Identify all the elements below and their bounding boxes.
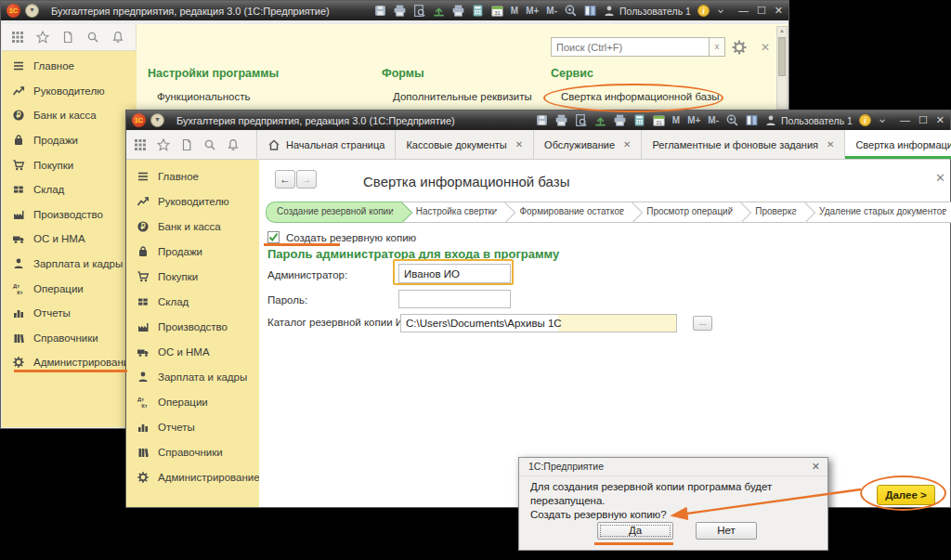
memory-M--button[interactable]: M- xyxy=(545,6,558,16)
calculator-icon[interactable] xyxy=(632,113,646,127)
search-icon[interactable] xyxy=(203,138,216,151)
print-preview-icon[interactable] xyxy=(412,4,426,18)
wizard-step-Удаление старых документов[interactable]: Удаление старых документов xyxy=(805,202,951,223)
page-close-icon[interactable]: ✕ xyxy=(935,171,945,185)
main-menu-chevron-icon[interactable]: ▼ xyxy=(150,113,164,127)
sidebar-item-Отчеты[interactable]: Отчеты xyxy=(126,414,259,439)
sidebar-item-Производство[interactable]: Производство xyxy=(126,314,259,339)
dialog-close-icon[interactable]: ✕ xyxy=(812,461,820,473)
export-icon[interactable] xyxy=(432,4,446,18)
print-icon[interactable] xyxy=(393,4,407,18)
link-additional-requisites[interactable]: Дополнительные реквизиты xyxy=(393,91,532,102)
maximize-button[interactable]: ☐ xyxy=(757,5,766,17)
memory-M+-button[interactable]: M+ xyxy=(525,6,540,16)
forward-nav-button[interactable]: → xyxy=(296,170,317,189)
favorites-icon[interactable] xyxy=(157,138,170,151)
close-button[interactable]: ✕ xyxy=(936,114,944,126)
wizard-step-Формирование остатков[interactable]: Формирование остатков xyxy=(505,202,632,223)
sidebar-item-Банк и касса[interactable]: ₽Банк и касса xyxy=(126,214,259,239)
history-icon[interactable] xyxy=(180,138,193,151)
search-box[interactable] xyxy=(551,37,710,57)
sidebar-item-Покупки[interactable]: Покупки xyxy=(126,264,259,289)
sidebar-item-Склад[interactable]: Склад xyxy=(126,289,259,314)
tab-Обслуживание[interactable]: Обслуживание✕ xyxy=(534,130,642,159)
sidebar-item-Продажи[interactable]: Продажи xyxy=(2,128,137,153)
backup-path-field[interactable]: C:\Users\Documents\Архивы 1С xyxy=(400,314,677,332)
sidebar-item-Зарплата и кадры[interactable]: Зарплата и кадры xyxy=(126,364,259,389)
link-functionality[interactable]: Функциональность xyxy=(157,91,251,102)
print-2-icon[interactable] xyxy=(613,113,627,127)
favorites-icon[interactable] xyxy=(36,31,49,44)
password-field[interactable] xyxy=(398,290,511,308)
browse-button[interactable]: ... xyxy=(693,316,712,331)
sidebar-item-Справочники[interactable]: Справочники xyxy=(2,326,137,351)
maximize-button[interactable]: ☐ xyxy=(918,114,928,126)
search-icon[interactable] xyxy=(86,31,99,44)
info-icon[interactable]: i xyxy=(858,113,872,127)
zoom-in-icon[interactable] xyxy=(564,4,578,18)
minimize-button[interactable]: — xyxy=(900,114,910,126)
sidebar-item-Продажи[interactable]: Продажи xyxy=(126,239,259,264)
yes-button[interactable]: Да xyxy=(597,522,673,540)
tab-close-icon[interactable]: ✕ xyxy=(827,139,834,150)
sections-menu-icon[interactable] xyxy=(11,31,24,44)
calendar-icon[interactable]: 31 xyxy=(652,113,666,127)
print-icon[interactable] xyxy=(554,113,568,127)
sidebar-item-Производство[interactable]: Производство xyxy=(2,202,137,228)
sidebar-item-Руководителю[interactable]: Руководителю xyxy=(126,189,259,214)
wizard-step-Просмотр операций[interactable]: Просмотр операций xyxy=(632,202,741,223)
scroll-thumb[interactable] xyxy=(778,37,786,76)
sidebar-item-Зарплата и кадры[interactable]: Зарплата и кадры xyxy=(2,252,137,277)
chevron-down-icon[interactable] xyxy=(716,5,725,18)
export-icon[interactable] xyxy=(593,113,607,127)
minimize-button[interactable]: — xyxy=(738,5,749,17)
sidebar-item-Руководителю[interactable]: Руководителю xyxy=(2,79,137,104)
chevron-down-icon[interactable] xyxy=(878,114,887,127)
search-clear-button[interactable]: x xyxy=(709,37,725,57)
tab-Свертка информационной базы[interactable]: Свертка информационной базы✕ xyxy=(845,130,951,159)
sidebar-item-Банк и касса[interactable]: ₽Банк и касса xyxy=(2,103,137,128)
notifications-icon[interactable] xyxy=(111,31,124,44)
scrollbar[interactable]: ▲ xyxy=(776,26,788,110)
info-icon[interactable]: i xyxy=(697,4,710,18)
wizard-step-Настройка свертки[interactable]: Настройка свертки xyxy=(402,202,506,223)
sidebar-item-ОС и НМА[interactable]: ОС и НМА xyxy=(126,339,259,364)
tab-Регламентные и фоновые задания[interactable]: Регламентные и фоновые задания✕ xyxy=(642,130,845,159)
no-button[interactable]: Нет xyxy=(696,522,757,540)
sidebar-item-Отчеты[interactable]: Отчеты xyxy=(2,301,137,326)
notifications-icon[interactable] xyxy=(227,138,240,151)
print-preview-icon[interactable] xyxy=(574,113,588,127)
history-icon[interactable] xyxy=(61,31,74,44)
sidebar-item-Операции[interactable]: ДтКтОперации xyxy=(126,389,259,414)
sidebar-item-Операции[interactable]: ДтКтОперации xyxy=(2,276,137,301)
tab-close-icon[interactable]: ✕ xyxy=(515,139,523,150)
sections-menu-icon[interactable] xyxy=(134,138,147,151)
sidebar-item-Администрирование[interactable]: Администрирование xyxy=(2,350,137,375)
tab-Начальная страница[interactable]: Начальная страница xyxy=(256,130,396,159)
memory-M--button[interactable]: M- xyxy=(707,115,720,125)
next-button[interactable]: Далее > xyxy=(877,485,935,505)
sidebar-item-Покупки[interactable]: Покупки xyxy=(2,152,137,177)
create-backup-checkbox[interactable] xyxy=(267,231,280,243)
main-menu-chevron-icon[interactable]: ▼ xyxy=(25,4,39,18)
administrator-field[interactable]: Иванов ИО xyxy=(398,264,511,283)
calendar-icon[interactable]: 31 xyxy=(490,4,504,18)
split-view-icon[interactable] xyxy=(745,113,759,127)
back-nav-button[interactable]: ← xyxy=(275,170,295,189)
sidebar-item-Главное[interactable]: Главное xyxy=(2,54,137,79)
sidebar-item-Склад[interactable]: Склад xyxy=(2,177,137,202)
tab-close-icon[interactable]: ✕ xyxy=(623,139,631,150)
memory-M-button[interactable]: M xyxy=(510,6,519,16)
panel-close-icon[interactable]: ✕ xyxy=(761,41,770,54)
gear-icon[interactable] xyxy=(731,39,748,59)
current-user-button[interactable]: Пользователь 1 xyxy=(603,5,691,18)
zoom-in-icon[interactable] xyxy=(725,113,739,127)
sidebar-item-Администрирование[interactable]: Администрирование xyxy=(126,464,259,489)
sidebar-item-Главное[interactable]: Главное xyxy=(126,163,259,189)
save-icon[interactable] xyxy=(373,4,387,18)
calculator-icon[interactable] xyxy=(471,4,485,18)
search-input[interactable] xyxy=(552,39,718,57)
sidebar-item-Справочники[interactable]: Справочники xyxy=(126,439,259,464)
sidebar-item-ОС и НМА[interactable]: ОС и НМА xyxy=(2,227,137,252)
save-icon[interactable] xyxy=(535,113,549,127)
